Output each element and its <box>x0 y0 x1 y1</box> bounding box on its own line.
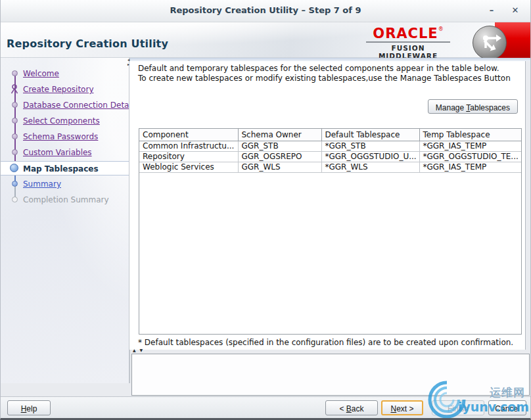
button-label: ablespaces <box>470 103 510 112</box>
cell-temp-tablespace[interactable]: *GGR_IAS_TEMP <box>419 162 521 172</box>
map-tablespaces-panel: Default and temporary tablespaces for th… <box>129 61 526 350</box>
step-bullet-icon <box>12 149 18 155</box>
table-header-row: Component Schema Owner Default Tablespac… <box>139 129 521 141</box>
branch-arrows-icon <box>473 26 507 60</box>
sidebar-item-label[interactable]: Summary <box>23 177 61 191</box>
header: Repository Creation Utility ORACLE® FUSI… <box>1 22 530 58</box>
col-header-component[interactable]: Component <box>139 129 238 141</box>
wizard-nav-buttons: < Back Next > Finish Cancel <box>325 400 526 415</box>
step-bullet-icon <box>12 118 18 124</box>
cell-default-tablespace[interactable]: *GGR_STB <box>321 141 419 151</box>
col-header-schema-owner[interactable]: Schema Owner <box>238 129 321 141</box>
logo-rule <box>366 41 450 43</box>
sidebar-item-label: Map Tablespaces <box>23 162 99 176</box>
sidebar-item-schema-passwords[interactable]: Schema Passwords <box>1 129 129 144</box>
step-bullet-icon <box>12 102 18 108</box>
cell-component[interactable]: Repository <box>139 151 238 162</box>
registered-mark: ® <box>438 26 444 32</box>
instructions-text: Default and temporary tablespaces for th… <box>138 64 511 83</box>
sidebar-item-label[interactable]: Custom Variables <box>23 145 92 160</box>
cell-component[interactable]: Common Infrastructu... <box>139 141 238 151</box>
footer-button-bar: Help < Back Next > Finish Cancel <box>1 396 530 418</box>
cell-temp-tablespace[interactable]: *GGR_IAS_TEMP <box>419 141 521 151</box>
tablespaces-table-scrollpane[interactable]: Component Schema Owner Default Tablespac… <box>139 128 522 335</box>
step-bullet-icon <box>12 197 18 202</box>
help-button[interactable]: Help <box>7 400 51 415</box>
table-row[interactable]: Weblogic Services GGR_WLS *GGR_WLS *GGR_… <box>139 162 521 172</box>
close-icon[interactable]: ✕ <box>508 4 522 17</box>
sidebar-item-label[interactable]: Select Components <box>23 114 100 128</box>
col-header-default-tablespace[interactable]: Default Tablespace <box>321 129 419 141</box>
rcu-window: Repository Creation Utility – Step 7 of … <box>0 0 531 420</box>
sidebar-item-map-tablespaces: Map Tablespaces <box>1 161 129 175</box>
wizard-steps-sidebar: Welcome Create Repository Database Conne… <box>1 58 129 383</box>
button-mnemonic: N <box>390 404 396 413</box>
footnote-text: * Default tablespaces (specified in the … <box>138 338 513 347</box>
panel-splitter-icons[interactable]: ▲ ▼ <box>133 348 144 352</box>
sidebar-item-label[interactable]: Schema Passwords <box>23 129 98 144</box>
col-header-temp-tablespace[interactable]: Temp Tablespace <box>419 129 521 141</box>
cancel-button[interactable]: Cancel <box>488 400 526 415</box>
sidebar-item-label[interactable]: Welcome <box>23 66 59 81</box>
messages-panel <box>131 354 530 396</box>
next-button[interactable]: Next > <box>381 400 423 415</box>
cell-default-tablespace[interactable]: *GGR_OGGSTUDIO_U... <box>321 151 419 162</box>
sidebar-item-label[interactable]: Database Connection Details <box>23 98 137 112</box>
oracle-wordmark: ORACLE <box>373 26 438 41</box>
sidebar-item-summary[interactable]: Summary <box>1 177 129 191</box>
step-bullet-icon <box>12 181 18 187</box>
titlebar: Repository Creation Utility – Step 7 of … <box>1 0 530 22</box>
cell-schema-owner[interactable]: GGR_STB <box>238 141 321 151</box>
sidebar-item-label[interactable]: Create Repository <box>23 82 94 97</box>
finish-button: Finish <box>432 400 484 415</box>
step-bullet-icon <box>12 133 18 139</box>
table-row[interactable]: Common Infrastructu... GGR_STB *GGR_STB … <box>139 141 521 151</box>
button-label: elp <box>26 404 37 413</box>
table-row[interactable]: Repository GGR_OGSREPO *GGR_OGGSTUDIO_U.… <box>139 151 521 162</box>
button-label: ack <box>352 404 364 413</box>
cell-schema-owner[interactable]: GGR_OGSREPO <box>238 151 321 162</box>
current-step-bullet-icon <box>10 164 18 172</box>
sidebar-item-completion-summary: Completion Summary <box>1 193 129 207</box>
oracle-logo: ORACLE® FUSION MIDDLEWARE <box>365 26 451 60</box>
button-label: ext > <box>396 404 413 413</box>
button-label: Manage <box>436 103 466 112</box>
button-label: inish <box>452 404 469 413</box>
instructions-line1: Default and temporary tablespaces for th… <box>138 64 511 74</box>
minimize-icon[interactable]: – <box>484 4 499 17</box>
cell-schema-owner[interactable]: GGR_WLS <box>238 162 321 172</box>
instructions-line2: To create new tablespaces or modify exis… <box>138 74 511 83</box>
sidebar-item-custom-variables[interactable]: Custom Variables <box>1 145 129 160</box>
tablespaces-table: Component Schema Owner Default Tablespac… <box>139 129 521 173</box>
window-title: Repository Creation Utility – Step 7 of … <box>1 5 530 15</box>
back-button[interactable]: < Back <box>325 400 378 415</box>
sidebar-item-welcome[interactable]: Welcome <box>1 66 129 81</box>
manage-tablespaces-button[interactable]: Manage Tablespaces <box>428 99 518 114</box>
page-title: Repository Creation Utility <box>7 37 168 50</box>
branch-fork-icon <box>10 84 19 99</box>
cell-component[interactable]: Weblogic Services <box>139 162 238 172</box>
button-mnemonic: B <box>346 404 352 413</box>
step-bullet-icon <box>12 70 18 76</box>
sidebar-item-label: Completion Summary <box>23 193 109 207</box>
sidebar-item-database-connection-details[interactable]: Database Connection Details <box>1 98 129 112</box>
cell-default-tablespace[interactable]: *GGR_WLS <box>321 162 419 172</box>
sidebar-item-select-components[interactable]: Select Components <box>1 114 129 128</box>
button-label: < <box>339 404 346 413</box>
cell-temp-tablespace[interactable]: *GGR_OGGSTUDIO_TE... <box>419 151 521 162</box>
sidebar-item-create-repository[interactable]: Create Repository <box>1 82 129 97</box>
